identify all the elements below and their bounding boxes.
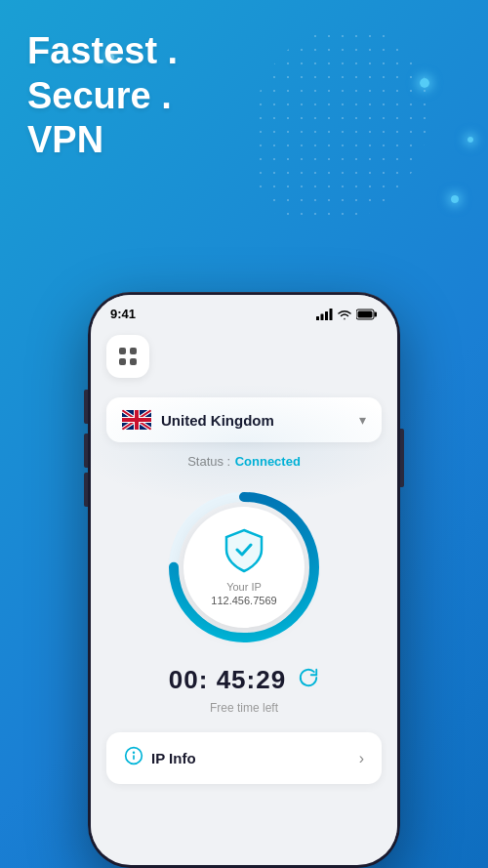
wifi-icon (337, 309, 352, 320)
svg-rect-0 (316, 316, 319, 320)
ip-info-row[interactable]: IP Info › (106, 732, 382, 784)
menu-dot (119, 358, 126, 365)
menu-row (106, 335, 382, 378)
hero-line-2: Secure . (27, 74, 178, 119)
svg-rect-3 (330, 309, 333, 320)
svg-rect-5 (375, 311, 378, 316)
hero-section: Fastest . Secure . VPN (27, 29, 178, 163)
status-icons (316, 309, 378, 320)
phone-screen: 9:41 (91, 295, 397, 865)
app-content: United Kingdom ▾ Status : Connected (91, 327, 397, 856)
ip-info-text: IP Info (151, 750, 196, 766)
glow-dot-1 (420, 78, 429, 88)
vpn-circle-container[interactable]: Your IP 112.456.7569 (106, 489, 382, 645)
timer-row: 00: 45:29 (106, 665, 382, 695)
svg-rect-2 (325, 311, 328, 320)
menu-dot (130, 358, 137, 365)
menu-button[interactable] (106, 335, 149, 378)
shield-icon (224, 528, 264, 577)
menu-dot (119, 348, 126, 354)
refresh-timer-icon[interactable] (298, 667, 319, 693)
glow-dot-2 (451, 195, 459, 203)
ip-address: 112.456.7569 (211, 595, 276, 606)
vpn-inner-circle: Your IP 112.456.7569 (183, 507, 305, 628)
vpn-circle-outer: Your IP 112.456.7569 (166, 489, 322, 645)
timer-display: 00: 45:29 (169, 665, 286, 695)
status-bar: 9:41 (91, 295, 397, 327)
ip-info-left: IP Info (124, 746, 196, 770)
hero-line-1: Fastest . (27, 29, 178, 74)
phone-outer-frame: 9:41 (88, 292, 400, 868)
phone-device: 9:41 (88, 292, 400, 868)
uk-flag (122, 409, 151, 431)
chevron-right-icon: › (359, 750, 364, 767)
info-circle-icon (124, 746, 143, 770)
svg-rect-1 (321, 313, 324, 320)
status-time: 9:41 (110, 307, 136, 321)
menu-dots-grid (119, 348, 137, 365)
glow-dot-3 (468, 137, 473, 143)
battery-icon (356, 309, 378, 320)
your-ip-label: Your IP (226, 581, 262, 593)
hero-line-3: VPN (27, 118, 178, 163)
menu-dot (130, 348, 137, 354)
free-time-label: Free time left (106, 701, 382, 715)
svg-rect-6 (358, 310, 373, 317)
signal-icon (316, 309, 333, 320)
